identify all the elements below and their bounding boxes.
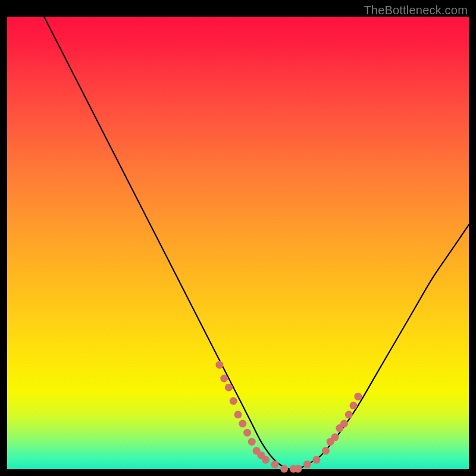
optimal-zone-dot (215, 361, 223, 369)
optimal-zone-dot (322, 447, 330, 455)
optimal-zone-dot (239, 420, 246, 428)
optimal-zone-dot (354, 393, 362, 400)
plot-area (7, 17, 469, 469)
optimal-zone-dot (331, 433, 339, 441)
chart-frame: TheBottleneck.com (0, 0, 476, 476)
optimal-zone-dot (340, 420, 348, 428)
optimal-zone-dot (303, 461, 311, 468)
optimal-zone-dot (345, 411, 353, 418)
chart-svg (7, 17, 469, 469)
optimal-zone-dot (225, 384, 233, 392)
watermark-text: TheBottleneck.com (364, 4, 468, 17)
optimal-zone-dot (243, 429, 251, 437)
optimal-zone-dot (230, 397, 237, 405)
optimal-zone-dot (280, 465, 288, 473)
optimal-zone-dot (350, 402, 358, 409)
optimal-zone-dot (262, 456, 270, 464)
optimal-zone-markers (215, 361, 362, 473)
optimal-zone-dot (234, 411, 242, 418)
optimal-zone-dot (220, 375, 228, 383)
optimal-zone-dot (248, 438, 256, 446)
optimal-zone-dot (271, 461, 279, 468)
bottleneck-curve (44, 17, 469, 469)
optimal-zone-dot (312, 456, 320, 464)
optimal-zone-dot (294, 465, 302, 473)
